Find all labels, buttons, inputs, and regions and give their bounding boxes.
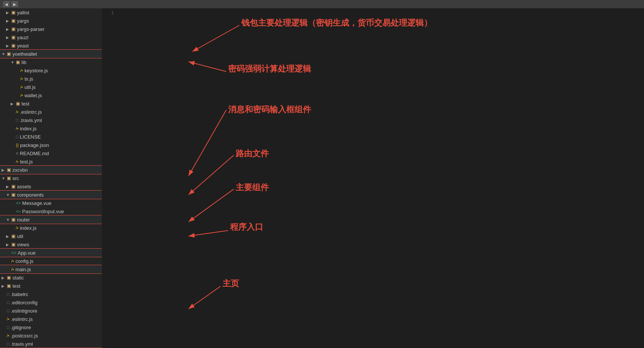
file-tree-sidebar: ▶▣yallist▶▣yargs▶▣yargs-parser▶▣yauzl▶▣y… [0,8,102,348]
tree-item-label-tx.js: tx.js [25,76,33,82]
tree-item-label-yauzl: yauzl [17,35,28,40]
js-icon-.postcssrc.js: /• [7,333,9,338]
annotation-wallet-logic: 钱包主要处理逻辑（密钥生成，货币交易处理逻辑） [241,17,432,29]
tree-item-yeast[interactable]: ▶▣yeast [0,41,102,50]
tree-item-label-.eslintignore: .eslintignore [11,308,37,314]
main-layout: ▶▣yallist▶▣yargs▶▣yargs-parser▶▣yauzl▶▣y… [0,8,644,348]
tree-item-.babelrc[interactable]: □.babelrc [0,290,102,298]
tree-item-label-zxcvbn: zxcvbn [12,167,28,173]
file-icon-.gitignore: □ [7,325,9,330]
tree-item-index.js[interactable]: /•index.js [0,124,102,133]
nav-buttons[interactable]: ◀ ▶ [3,1,18,7]
tree-item-zxcvbn[interactable]: ▶▣zxcvbn [0,166,102,174]
tree-item-assets[interactable]: ▶▣assets [0,182,102,191]
file-icon-.eslintignore: □ [7,308,9,313]
line-number-1: 1 [102,10,114,15]
tree-item-yallist[interactable]: ▶▣yallist [0,8,102,17]
folder-icon-src: ▣ [7,176,11,181]
tree-item-label-.eslintrc.js: .eslintrc.js [20,109,42,115]
svg-line-4 [189,155,234,195]
svg-line-2 [189,62,226,72]
tree-item-keystore.js[interactable]: /•keystore.js [0,66,102,75]
tree-item-.editorconfig[interactable]: □.editorconfig [0,298,102,307]
tree-item-router[interactable]: ▼▣router [0,215,102,224]
tree-item-.travis.yml[interactable]: □.travis.yml [0,116,102,124]
tree-item-label-components: components [17,192,44,198]
tree-item-.eslintrc.js[interactable]: /•.eslintrc.js [0,108,102,116]
tree-item-package.json[interactable]: {}package.json [0,141,102,149]
folder-icon-views: ▣ [11,242,15,247]
annotation-password-logic: 密码强弱计算处理逻辑 [228,63,311,75]
tree-item-yargs-parser[interactable]: ▶▣yargs-parser [0,25,102,33]
tree-item-static[interactable]: ▶▣static [0,273,102,282]
tree-item-yoethwallet[interactable]: ▼▣yoethwallet [0,50,102,58]
file-icon-LICENSE: □ [16,134,18,139]
folder-icon-util: ▣ [11,234,15,239]
tree-item-label-keystore.js: keystore.js [25,68,48,73]
tree-item-label-index.js: index.js [20,126,37,131]
tree-item-.gitignore[interactable]: □.gitignore [0,323,102,331]
folder-icon-zxcvbn: ▣ [7,167,11,172]
top-bar: ◀ ▶ [0,0,644,8]
tree-item-label-assets: assets [17,184,31,189]
tree-item-label-static: static [12,275,24,281]
tree-item-Message.vue[interactable]: <>Message.vue [0,199,102,207]
tree-item-label-lib: lib [21,60,26,65]
annotation-router: 路由文件 [236,148,269,159]
folder-icon-assets: ▣ [11,184,15,189]
md-icon-README.md: ≡ [16,151,18,156]
tree-item-label-README.md: README.md [20,151,49,156]
tree-item-test.js[interactable]: /•test.js [0,157,102,166]
tree-item-label-config.js: config.js [15,258,34,264]
tree-item-label-App.vue: App.vue [18,250,36,256]
expand-icon-src: ▼ [2,176,5,180]
annotation-entry: 程序入口 [230,221,263,233]
tree-item-.postcssrc.js[interactable]: /•.postcssrc.js [0,331,102,340]
tree-item-label-main.js: main.js [15,267,31,272]
tree-item-src[interactable]: ▼▣src [0,174,102,182]
tree-item-wallet.js[interactable]: /•wallet.js [0,91,102,99]
nav-forward-button[interactable]: ▶ [11,1,18,7]
tree-item-label-test.js: test.js [20,159,33,165]
tree-item-tx.js[interactable]: /•tx.js [0,75,102,83]
tree-item-.eslintignore[interactable]: □.eslintignore [0,307,102,315]
tree-item-README.md[interactable]: ≡README.md [0,149,102,157]
js-icon-tx.js: /• [20,76,23,81]
expand-icon-zxcvbn: ▶ [2,168,5,172]
js-icon-test.js: /• [16,159,18,164]
folder-icon-router: ▣ [11,217,15,222]
folder-icon-yallist: ▣ [11,10,15,15]
annotation-arrows [102,8,644,348]
nav-back-button[interactable]: ◀ [3,1,10,7]
tree-item-router-index.js[interactable]: /•index.js [0,224,102,232]
svg-line-5 [189,189,234,222]
js-icon-.eslintrc.js: /• [16,110,18,114]
tree-item-LICENSE[interactable]: □LICENSE [0,133,102,141]
tree-item-test[interactable]: ▶▣test [0,99,102,108]
js-icon-wallet.js: /• [20,93,23,98]
tree-item-lib[interactable]: ▼▣lib [0,58,102,66]
tree-item-components[interactable]: ▼▣components [0,191,102,199]
tree-item-.travis.yml2[interactable]: □.travis.yml [0,340,102,348]
file-icon-.editorconfig: □ [7,300,9,305]
expand-icon-util: ▶ [6,234,10,238]
folder-icon-yeast: ▣ [11,43,15,48]
tree-item-PasswordInput.vue[interactable]: <>PasswordInput.vue [0,207,102,215]
tree-item-yauzl[interactable]: ▶▣yauzl [0,33,102,41]
tree-item-views[interactable]: ▶▣views [0,240,102,249]
tree-item-label-package.json: package.json [20,142,49,148]
folder-icon-yauzl: ▣ [11,35,15,40]
tree-item-util.js[interactable]: /•util.js [0,83,102,91]
tree-item-label-router: router [17,217,30,223]
tree-item-config.js[interactable]: /•config.js [0,257,102,265]
tree-item-util[interactable]: ▶▣util [0,232,102,240]
folder-icon-test2: ▣ [7,283,11,288]
expand-icon-assets: ▶ [6,185,10,189]
vue-icon-PasswordInput.vue: <> [16,209,21,214]
tree-item-main.js[interactable]: /•main.js [0,265,102,273]
tree-item-yargs[interactable]: ▶▣yargs [0,17,102,25]
tree-item-.eslintrc.js2[interactable]: /•.eslintrc.js [0,315,102,323]
tree-item-test2[interactable]: ▶▣test [0,282,102,290]
vue-icon-Message.vue: <> [16,201,21,205]
tree-item-App.vue[interactable]: <>App.vue [0,249,102,257]
